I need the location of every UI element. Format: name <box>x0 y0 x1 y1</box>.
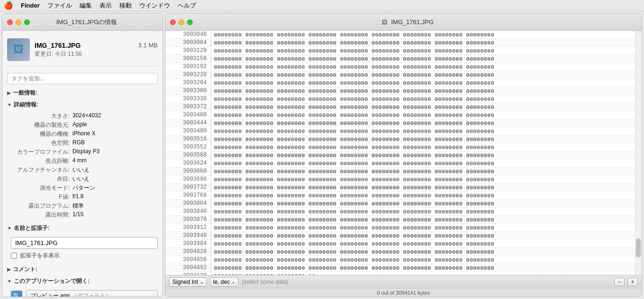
status-text: 0 out of 3094141 bytes <box>377 290 430 296</box>
hex-bytes-cell[interactable]: 00000000 00000000 00000000 00000000 0000… <box>211 200 635 208</box>
hex-row: 309394800000000 00000000 00000000 000000… <box>165 232 635 240</box>
section-openwith-header[interactable]: ▼ このアプリケーションで開く: <box>7 275 158 287</box>
info-body: 🖼 IMG_1761.JPG 3.1 MB 変更日: 今日 11:56 ▶ 一般… <box>2 31 162 297</box>
close-button[interactable] <box>7 19 13 25</box>
hex-scrollbar[interactable] <box>635 31 642 275</box>
file-icon: 🖼 <box>7 38 30 61</box>
detail-value-alpha: いいえ <box>72 166 89 174</box>
triangle-down-icon: ▼ <box>7 102 12 107</box>
section-details-label: 詳細情報: <box>14 101 38 109</box>
hex-bytes-cell[interactable]: 00000000 00000000 00000000 00000000 0000… <box>211 95 635 103</box>
nav-next-button[interactable]: + <box>627 278 638 286</box>
hex-bytes-cell[interactable]: 00000000 00000000 00000000 00000000 0000… <box>211 208 635 216</box>
hex-bytes-cell[interactable]: 00000000 00000000 00000000 00000000 0000… <box>211 87 635 95</box>
section-comment-header[interactable]: ▶ コメント: <box>7 264 158 275</box>
hex-bytes-cell[interactable]: 00000000 00000000 00000000 00000000 0000… <box>211 159 635 167</box>
menubar-go[interactable]: 移動 <box>119 1 132 10</box>
hex-bytes-cell[interactable]: 00000000 00000000 00000000 00000000 0000… <box>211 127 635 135</box>
hex-bytes-cell[interactable]: 00000000 00000000 00000000 00000000 0000… <box>211 79 635 87</box>
hex-bytes-cell[interactable]: 00000000 00000000 00000000 00000000 0000… <box>211 176 635 184</box>
detail-row-alpha: アルファチャンネル: いいえ <box>11 166 158 175</box>
dropdown-arrow-icon: ⌄ <box>150 293 153 297</box>
hex-address: 3093660 <box>165 167 211 176</box>
detail-value-model: iPhone X <box>72 130 96 138</box>
hex-bytes-cell[interactable]: 00000000 00000000 00000000 00000000 0000… <box>211 63 635 71</box>
hex-row: 309348000000000 00000000 00000000 000000… <box>165 127 635 135</box>
hex-bytes-cell[interactable]: 00000000 00000000 00000000 00000000 0000… <box>211 47 635 55</box>
open-with-selector[interactable]: プレビュー.app （デフォルト） ⌄ <box>26 290 158 297</box>
hex-bytes-cell[interactable]: 00000000 00000000 00000000 00000000 0000… <box>211 119 635 127</box>
menubar-help[interactable]: ヘルプ <box>178 1 196 10</box>
hex-bytes-cell[interactable]: 00000000 00000000 00000000 00000000 0000… <box>211 248 635 256</box>
menubar-view[interactable]: 表示 <box>99 1 112 10</box>
section-general-label: 一般情報: <box>13 89 37 97</box>
menubar: 🍎 Finder ファイル 編集 表示 移動 ウインドウ ヘルプ <box>0 0 644 11</box>
app-default-label: （デフォルト） <box>72 292 111 297</box>
file-name-display: IMG_1761.JPG 3.1 MB <box>35 42 158 49</box>
detail-label-exposure-time: 露出時間: <box>11 211 72 219</box>
hide-extension-checkbox[interactable] <box>11 253 17 259</box>
triangle-down-name-icon: ▼ <box>7 226 12 231</box>
menubar-file[interactable]: ファイル <box>47 1 72 10</box>
hex-address: 3093876 <box>165 216 211 224</box>
hex-row: 309344400000000 00000000 00000000 000000… <box>165 119 635 127</box>
hex-bytes-cell[interactable]: 00000000 00000000 00000000 00000000 0000… <box>211 240 635 248</box>
hex-bytes-cell[interactable]: 00000000 00000000 00000000 00000000 0000… <box>211 192 635 200</box>
info-window-title: IMG_1761.JPGの情報 <box>16 18 158 26</box>
hex-address: 3093120 <box>165 47 211 55</box>
hex-bytes-cell[interactable]: 00000000 00000000 00000000 00000000 0000… <box>211 264 635 272</box>
detail-label-exposure-prog: 露出プログラム: <box>11 202 72 210</box>
tag-input[interactable] <box>7 73 158 84</box>
nav-prev-button[interactable]: − <box>614 278 625 286</box>
hex-bytes-cell[interactable]: 00000000 00000000 00000000 00000000 0000… <box>211 167 635 176</box>
hex-bytes-cell[interactable]: 00000000 00000000 00000000 00000000 0000… <box>211 31 635 39</box>
detail-label-fstop: F値: <box>11 193 72 201</box>
signed-int-label: Signed Int <box>172 279 198 285</box>
hex-bytes-cell[interactable]: 00000000 00000000 00000000 00000000 0000… <box>211 103 635 111</box>
signed-int-selector[interactable]: Signed Int ⌄ <box>169 277 207 287</box>
hex-bytes-cell[interactable]: 00000000 00000000 00000000 00000000 0000… <box>211 151 635 159</box>
hex-address: 3094056 <box>165 256 211 264</box>
hex-close-button[interactable] <box>170 19 176 25</box>
le-dec-label: le, dec <box>213 279 230 285</box>
hex-address: 3093408 <box>165 111 211 119</box>
hex-row: 309362400000000 00000000 00000000 000000… <box>165 159 635 167</box>
menubar-window[interactable]: ウインドウ <box>139 1 170 10</box>
hex-title-text: IMG_1761.JPG <box>391 18 434 26</box>
section-general-header[interactable]: ▶ 一般情報: <box>7 87 158 99</box>
hex-address: 3093732 <box>165 184 211 192</box>
menubar-edit[interactable]: 編集 <box>80 1 92 10</box>
hex-row: 309337200000000 00000000 00000000 000000… <box>165 103 635 111</box>
menubar-finder[interactable]: Finder <box>21 2 40 9</box>
hex-bytes-cell[interactable]: 00000000 00000000 00000000 00000000 0000… <box>211 224 635 232</box>
hex-bytes-cell[interactable]: 00000000 00000000 00000000 00000000 0000… <box>211 256 635 264</box>
hex-row: 309373200000000 00000000 00000000 000000… <box>165 184 635 192</box>
hex-bytes-cell[interactable]: 00000000 00000000 00000000 00000000 0000… <box>211 184 635 192</box>
hex-row: 309330000000000 00000000 00000000 000000… <box>165 87 635 95</box>
hex-address: 3093984 <box>165 240 211 248</box>
hex-address: 3093552 <box>165 143 211 151</box>
filename-input[interactable] <box>11 237 158 249</box>
detail-row-maker: 機器の製造元: Apple <box>11 121 158 130</box>
hex-bytes-cell[interactable]: 00000000 00000000 00000000 00000000 0000… <box>211 216 635 224</box>
section-details-header[interactable]: ▼ 詳細情報: <box>7 99 158 111</box>
hex-panel: 🖼 IMG_1761.JPG 309304800000000 00000000 … <box>165 13 642 297</box>
hex-bytes-cell[interactable]: 00000000 00000000 00000000 00000000 0000… <box>211 135 635 143</box>
hex-row: 309326400000000 00000000 00000000 000000… <box>165 79 635 87</box>
hex-bytes-cell[interactable]: 00000000 00000000 00000000 00000000 0000… <box>211 55 635 63</box>
le-dec-selector[interactable]: le, dec ⌄ <box>210 277 239 287</box>
detail-value-fstop: f/1.8 <box>72 193 83 201</box>
hex-address: 3093156 <box>165 55 211 63</box>
hex-bytes-cell[interactable]: 00000000 00000000 00000000 00000000 0000… <box>211 39 635 47</box>
hex-row: 309322800000000 00000000 00000000 000000… <box>165 71 635 79</box>
hex-bytes-cell[interactable]: 00000000 00000000 00000000 00000000 0000… <box>211 143 635 151</box>
hex-row: 309402000000000 00000000 00000000 000000… <box>165 248 635 256</box>
hex-bytes-cell[interactable]: 00000000 00000000 00000000 00000000 0000… <box>211 71 635 79</box>
apple-menu[interactable]: 🍎 <box>4 1 13 10</box>
section-name-header[interactable]: ▼ 名前と拡張子: <box>7 222 158 234</box>
hex-bytes-cell[interactable]: 00000000 00000000 00000000 00000000 0000… <box>211 111 635 119</box>
hex-table-wrapper[interactable]: 309304800000000 00000000 00000000 000000… <box>165 31 635 275</box>
hex-bytes-cell[interactable]: 00000000 00000000 00000000 00000000 0000… <box>211 232 635 240</box>
hex-scrollbar-thumb[interactable] <box>636 238 641 257</box>
detail-row-exposure-time: 露出時間: 1/15 <box>11 211 158 220</box>
